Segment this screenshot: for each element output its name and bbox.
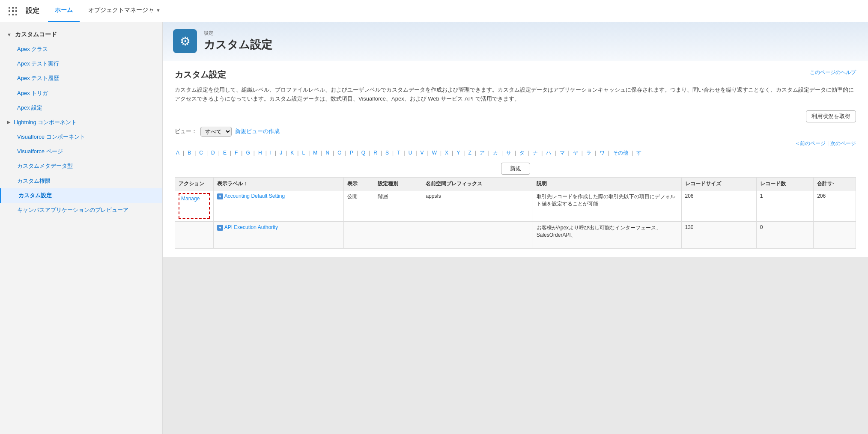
manage-link-1[interactable]: Manage <box>181 196 200 202</box>
col-header-label[interactable]: 表示ラベル ↑ <box>214 177 344 190</box>
label-link-2[interactable]: API Execution Authority <box>224 224 278 230</box>
alpha-separator: | <box>367 149 371 156</box>
sidebar-item-canvas-preview[interactable]: キャンバスアプリケーションのプレビューア <box>0 203 162 217</box>
alpha-filter-ナ[interactable]: ナ <box>531 149 539 157</box>
sidebar-item-apex-test-run[interactable]: Apex テスト実行 <box>0 56 162 71</box>
alpha-separator: | <box>284 149 288 156</box>
alpha-filter-W[interactable]: W <box>431 149 438 156</box>
alpha-filter-O[interactable]: O <box>336 149 343 156</box>
pagination-bar: ＜前のページ | 次のページ <box>175 140 856 147</box>
alpha-filter-す[interactable]: す <box>635 149 643 157</box>
alpha-filter: A|B|C|D|E|F|G|H|I|J|K|L|M|N|O|P|Q|R|S|T|… <box>175 149 856 159</box>
page-header-text: 設定 カスタム設定 <box>204 30 272 52</box>
visibility-cell-2 <box>343 221 374 248</box>
sidebar-item-custom-metadata[interactable]: カスタムメタデータ型 <box>0 159 162 173</box>
col-header-type: 設定種別 <box>374 177 422 190</box>
svg-rect-5 <box>15 10 17 12</box>
alpha-separator: | <box>296 149 300 156</box>
view-select[interactable]: すべて <box>200 127 232 137</box>
alpha-filter-タ[interactable]: タ <box>518 149 526 157</box>
new-button[interactable]: 新規 <box>501 163 530 175</box>
sidebar-item-custom-settings[interactable]: カスタム設定 <box>0 188 162 203</box>
record-count-cell-2: 0 <box>756 221 814 248</box>
alpha-separator: | <box>217 149 221 156</box>
new-button-bar: 新規 <box>175 163 856 175</box>
alpha-filter-S[interactable]: S <box>384 149 390 156</box>
alpha-separator: | <box>379 149 383 156</box>
alpha-filter-D[interactable]: D <box>210 149 216 156</box>
alpha-filter-M[interactable]: M <box>312 149 319 156</box>
sidebar-item-visualforce-components[interactable]: Visualforce コンポーネント <box>0 130 162 144</box>
col-header-record-size: レコードサイズ <box>681 177 756 190</box>
alpha-filter-マ[interactable]: マ <box>558 149 566 157</box>
alpha-filter-A[interactable]: A <box>175 149 181 156</box>
sidebar-item-apex-settings[interactable]: Apex 設定 <box>0 101 162 115</box>
record-count-cell-1: 1 <box>756 190 814 221</box>
svg-rect-6 <box>9 14 10 15</box>
alpha-separator: | <box>630 149 634 156</box>
app-title: 設定 <box>22 6 39 15</box>
page-description: カスタム設定を使用して、組織レベル、プロファイルレベル、およびユーザレベルでカス… <box>175 86 856 104</box>
alpha-filter-E[interactable]: E <box>222 149 228 156</box>
alpha-filter-C[interactable]: C <box>198 149 204 156</box>
alpha-filter-X[interactable]: X <box>444 149 450 156</box>
alpha-filter-カ[interactable]: カ <box>492 149 499 157</box>
get-usage-button[interactable]: 利用状況を取得 <box>806 110 856 122</box>
alpha-filter-V[interactable]: V <box>419 149 425 156</box>
table-row: ▼ API Execution Authority お客様がApexより呼び出し… <box>175 221 856 248</box>
alpha-separator: | <box>439 149 443 156</box>
chevron-down-icon: ▼ <box>156 8 161 13</box>
table-row: Manage ▼ Accounting Default Setting 公開 階… <box>175 190 856 221</box>
page-title: カスタム設定 <box>204 37 272 52</box>
sidebar-item-apex-test-history[interactable]: Apex テスト履歴 <box>0 71 162 86</box>
prev-page-link[interactable]: ＜前のページ <box>795 140 826 147</box>
content-area: ⚙ 設定 カスタム設定 カスタム設定 このページのヘルプ カスタム設定を使用して… <box>163 22 868 434</box>
description-cell-2: お客様がApexより呼び出し可能なインターフェース、SalesOrderAPI、 <box>533 221 681 248</box>
sidebar-item-apex-trigger[interactable]: Apex トリガ <box>0 86 162 101</box>
alpha-filter-その他[interactable]: その他 <box>611 149 629 157</box>
alpha-filter-L[interactable]: L <box>301 149 306 156</box>
alpha-filter-ヤ[interactable]: ヤ <box>572 149 579 157</box>
sidebar-item-visualforce-pages[interactable]: Visualforce ページ <box>0 144 162 159</box>
label-link-1[interactable]: Accounting Default Setting <box>224 193 285 199</box>
alpha-filter-T[interactable]: T <box>396 149 401 156</box>
next-page-link[interactable]: 次のページ <box>830 140 856 147</box>
alpha-filter-F[interactable]: F <box>233 149 239 156</box>
alpha-separator: | <box>307 149 311 156</box>
col-header-action: アクション <box>175 177 214 190</box>
alpha-filter-Q[interactable]: Q <box>360 149 367 156</box>
alpha-filter-N[interactable]: N <box>324 149 331 156</box>
alpha-filter-Z[interactable]: Z <box>467 149 472 156</box>
alpha-filter-R[interactable]: R <box>372 149 379 156</box>
visibility-cell-1: 公開 <box>343 190 374 221</box>
alpha-filter-サ[interactable]: サ <box>505 149 513 157</box>
help-link[interactable]: このページのヘルプ <box>810 69 856 76</box>
alpha-filter-ラ[interactable]: ラ <box>585 149 593 157</box>
sidebar-item-lightning-components[interactable]: ▶ Lightning コンポーネント <box>0 115 162 130</box>
sidebar-section-header-custom-code[interactable]: ▼ カスタムコード <box>0 27 162 42</box>
alpha-separator: | <box>331 149 335 156</box>
alpha-separator: | <box>229 149 233 156</box>
alpha-filter-Y[interactable]: Y <box>455 149 461 156</box>
sidebar-item-apex-class[interactable]: Apex クラス <box>0 42 162 56</box>
alpha-filter-ワ[interactable]: ワ <box>598 149 606 157</box>
alpha-filter-ハ[interactable]: ハ <box>545 149 552 157</box>
alpha-filter-J[interactable]: J <box>278 149 283 156</box>
alpha-filter-G[interactable]: G <box>245 149 251 156</box>
alpha-separator: | <box>344 149 348 156</box>
alpha-filter-K[interactable]: K <box>289 149 295 156</box>
alpha-separator: | <box>414 149 418 156</box>
alpha-filter-ア[interactable]: ア <box>478 149 486 157</box>
new-view-link[interactable]: 新規ビューの作成 <box>235 128 280 135</box>
tab-object-manager[interactable]: オブジェクトマネージャ ▼ <box>81 0 167 22</box>
pagination-separator: | <box>827 140 829 146</box>
alpha-filter-P[interactable]: P <box>349 149 355 156</box>
alpha-filter-B[interactable]: B <box>186 149 192 156</box>
app-launcher-icon[interactable] <box>5 3 21 19</box>
alpha-filter-I[interactable]: I <box>269 149 273 156</box>
sidebar-item-custom-permissions[interactable]: カスタム権限 <box>0 174 162 188</box>
alpha-separator: | <box>513 149 517 156</box>
alpha-filter-U[interactable]: U <box>407 149 414 156</box>
tab-home[interactable]: ホーム <box>48 0 80 22</box>
alpha-filter-H[interactable]: H <box>257 149 263 156</box>
